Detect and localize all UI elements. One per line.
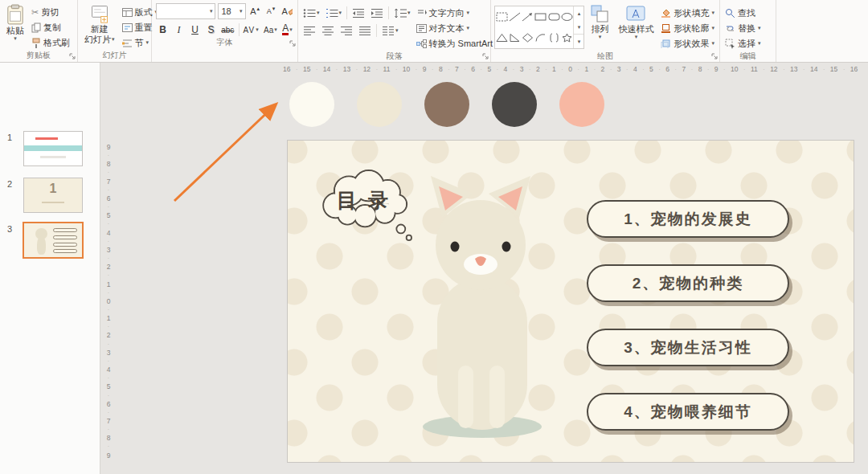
clipboard-group-content: 粘贴 ▾ ✂剪切 复制 格式刷 [0,0,77,50]
slide-thumbnail-1[interactable]: 1 [0,132,100,169]
ruler-number: 2 [536,65,540,73]
ruler-number: 7 [107,178,111,186]
ruler-tick: · [108,187,109,193]
ruler-number: 0 [568,65,572,73]
line-spacing-button[interactable]: ▾ [392,6,412,20]
shape-outline-button[interactable]: 形状轮廓▾ [659,21,716,35]
toc-item-1[interactable]: 1、宠物的发展史 [587,200,789,238]
text-direction-button[interactable]: 文字方向▾ [415,6,500,20]
font-name-combo[interactable]: ▾ [156,3,215,19]
cat-eye [502,242,511,252]
decrease-font-size-button[interactable]: A▾ [264,4,278,18]
color-swatch-charcoal[interactable] [492,82,537,127]
shape-fill-button[interactable]: 形状填充▾ [659,6,716,20]
new-slide-button[interactable]: 新建 幻灯片▾ [81,2,118,50]
shape-triangle-icon[interactable] [496,33,508,43]
shapes-gallery[interactable]: ▴ ▾ ▾ [494,6,584,49]
font-color-button[interactable]: A▾ [280,22,294,37]
shape-right-triangle-icon[interactable] [509,33,521,43]
toc-item-3[interactable]: 3、宠物生活习性 [587,329,789,366]
font-size-combo[interactable]: 18▾ [218,3,245,19]
ruler-tick: · [803,67,805,72]
slide-3-preview[interactable] [24,223,82,257]
ruler-number: 5 [487,65,491,73]
paste-button[interactable]: 粘贴 ▾ [3,2,27,50]
align-text-button[interactable]: 对齐文本▾ [415,21,500,35]
italic-button[interactable]: I [172,22,186,37]
shapes-scroll-up-button[interactable]: ▴ [574,6,583,20]
shapes-scroll-down-button[interactable]: ▾ [574,20,583,34]
toc-item-4[interactable]: 4、宠物喂养细节 [587,393,789,431]
quick-styles-button[interactable]: 快速样式 ▾ [615,2,657,51]
shapes-more-button[interactable]: ▾ [574,34,583,48]
align-center-button[interactable] [320,23,336,38]
dialog-launcher-icon[interactable] [711,53,718,59]
columns-icon [382,26,395,36]
dialog-launcher-icon[interactable] [69,53,76,59]
shape-arrow-icon[interactable] [522,12,534,22]
change-case-button[interactable]: Aa▾ [263,22,278,37]
find-button[interactable]: 查找 [723,6,763,20]
shape-line-icon[interactable] [509,12,521,22]
increase-indent-button[interactable] [369,6,385,20]
color-swatch-brown[interactable] [424,82,469,127]
bold-button[interactable]: B [156,22,170,37]
replace-button[interactable]: 替换▾ [723,21,763,35]
dialog-launcher-icon[interactable] [482,53,489,59]
character-spacing-button[interactable]: AV▾ [243,22,260,37]
ruler-tick: · [432,67,433,72]
dropdown-arrow-icon: ▾ [467,10,470,15]
ruler-number: 9 [714,65,719,73]
format-painter-button[interactable]: 格式刷 [30,35,72,50]
align-right-button[interactable] [338,23,354,38]
ruler-number: 1 [584,65,588,73]
text-shadow-button[interactable]: S [204,22,218,37]
arrange-button[interactable]: 排列 ▾ [587,2,612,51]
convert-smartart-button[interactable]: 转换为 SmartArt▾ [415,36,500,51]
strikethrough-button[interactable]: abc [220,22,235,37]
layout-icon [122,8,133,17]
dropdown-arrow-icon: ▾ [289,27,293,32]
slide-thumbnail-3[interactable]: 3 [0,223,100,260]
shape-rounded-rectangle-icon[interactable] [548,12,560,22]
dialog-launcher-icon[interactable] [289,40,296,47]
shape-star-icon[interactable] [561,33,573,43]
numbering-button[interactable]: ▾ [324,6,344,20]
columns-button[interactable]: ▾ [380,23,400,38]
slide-2-preview[interactable]: 1 [24,178,82,212]
shape-ellipse-icon[interactable] [561,12,573,22]
color-swatch-salmon-pink[interactable] [559,82,604,127]
align-left-button[interactable] [301,23,317,38]
select-button[interactable]: 选择▾ [723,36,763,51]
ruler-tick: · [108,153,109,158]
slides-group-label: 幻灯片 [78,50,151,62]
shape-bracket-icon[interactable] [548,33,560,43]
justify-button[interactable] [357,23,373,38]
toc-title-bubble[interactable]: 目录 [315,163,418,247]
shape-rectangle-icon[interactable] [534,12,547,22]
increase-font-size-button[interactable]: A▴ [248,4,262,18]
ruler-number: 9 [107,452,111,460]
decrease-indent-button[interactable] [350,6,366,20]
slide-canvas[interactable]: 目录 1、宠物的发展史2、宠物的种类3、宠物生活习性4、宠物喂养细节 [288,141,854,462]
toc-title: 目录 [315,187,410,214]
text-direction-label: 文字方向 [429,7,465,19]
slide-1-preview[interactable] [24,132,82,165]
shape-effects-button[interactable]: 形状效果▾ [659,36,716,51]
copy-button[interactable]: 复制 [30,20,72,35]
slide-thumbnail-2[interactable]: 2 1 [0,178,100,215]
ruler-tick: · [108,410,109,415]
cut-button[interactable]: ✂剪切 [30,5,72,19]
color-swatch-cream-white[interactable] [289,82,334,127]
clear-formatting-button[interactable]: A [280,4,294,18]
ruler-tick: · [108,272,109,278]
bullets-button[interactable]: ▾ [301,6,321,20]
underline-button[interactable]: U [188,22,202,37]
toc-item-2[interactable]: 2、宠物的种类 [587,264,789,302]
ruler-tick: · [108,290,109,296]
color-swatch-light-beige[interactable] [357,82,402,127]
cat-illustration[interactable] [408,174,553,439]
shape-diamond-icon[interactable] [522,33,534,43]
shape-selection-rect-icon[interactable] [496,12,508,22]
shape-arc-icon[interactable] [534,33,547,43]
